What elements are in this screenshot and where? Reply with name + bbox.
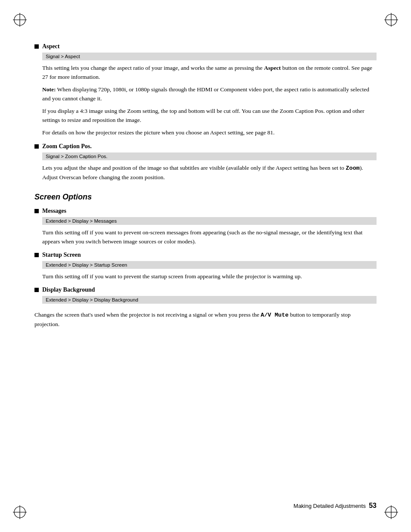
messages-heading: Messages (34, 208, 377, 215)
messages-menu-path: Extended > Display > Messages (42, 217, 377, 225)
section-startup-screen: Startup Screen Extended > Display > Star… (34, 252, 377, 281)
aspect-content: Signal > Aspect This setting lets you ch… (34, 53, 377, 137)
page-number: 53 (369, 502, 377, 509)
startup-screen-title: Startup Screen (42, 252, 81, 258)
bullet-icon (34, 288, 39, 292)
bullet-icon (34, 144, 39, 149)
display-background-menu-path: Extended > Display > Display Background (42, 296, 377, 304)
zoom-caption-title: Zoom Caption Pos. (42, 143, 92, 150)
aspect-heading: Aspect (34, 43, 377, 50)
section-messages: Messages Extended > Display > Messages T… (34, 208, 377, 246)
aspect-para-note: Note: When displaying 720p, 1080i, or 10… (42, 85, 377, 103)
startup-screen-heading: Startup Screen (34, 252, 377, 258)
section-aspect: Aspect Signal > Aspect This setting lets… (34, 43, 377, 137)
display-background-content: Extended > Display > Display Background (34, 296, 377, 307)
zoom-caption-heading: Zoom Caption Pos. (34, 143, 377, 150)
messages-para-1: Turn this setting off if you want to pre… (42, 228, 377, 246)
messages-content: Extended > Display > Messages Turn this … (34, 217, 377, 246)
corner-mark-bl (12, 504, 28, 520)
display-background-heading: Display Background (34, 286, 377, 293)
bullet-icon (34, 209, 39, 213)
main-content: Aspect Signal > Aspect This setting lets… (34, 43, 377, 329)
corner-mark-tl (12, 12, 28, 28)
zoom-caption-para-1: Lets you adjust the shape and position o… (42, 164, 377, 182)
zoom-caption-content: Signal > Zoom Caption Pos. Lets you adju… (34, 152, 377, 182)
footer-text: Making Detailed Adjustments (293, 503, 366, 509)
section-display-background: Display Background Extended > Display > … (34, 286, 377, 329)
page-footer: Making Detailed Adjustments 53 (293, 502, 377, 510)
startup-screen-menu-path: Extended > Display > Startup Screen (42, 261, 377, 269)
zoom-caption-menu-path: Signal > Zoom Caption Pos. (42, 152, 377, 160)
section-zoom-caption: Zoom Caption Pos. Signal > Zoom Caption … (34, 143, 377, 182)
bullet-icon (34, 253, 39, 257)
startup-screen-para-1: Turn this setting off if you want to pre… (42, 272, 377, 281)
screen-options-heading: Screen Options (34, 193, 377, 202)
page: Aspect Signal > Aspect This setting lets… (0, 0, 411, 532)
aspect-title: Aspect (42, 43, 59, 50)
corner-mark-tr (383, 12, 399, 28)
startup-screen-content: Extended > Display > Startup Screen Turn… (34, 261, 377, 281)
aspect-menu-path: Signal > Aspect (42, 53, 377, 60)
display-background-title: Display Background (42, 286, 95, 293)
bullet-icon (34, 44, 39, 49)
aspect-para-2: If you display a 4:3 image using the Zoo… (42, 107, 377, 125)
aspect-para-3: For details on how the projector resizes… (42, 128, 377, 137)
display-background-para-1: Changes the screen that's used when the … (34, 311, 377, 329)
corner-mark-br (383, 504, 399, 520)
messages-title: Messages (42, 208, 66, 215)
aspect-para-1: This setting lets you change the aspect … (42, 64, 377, 82)
